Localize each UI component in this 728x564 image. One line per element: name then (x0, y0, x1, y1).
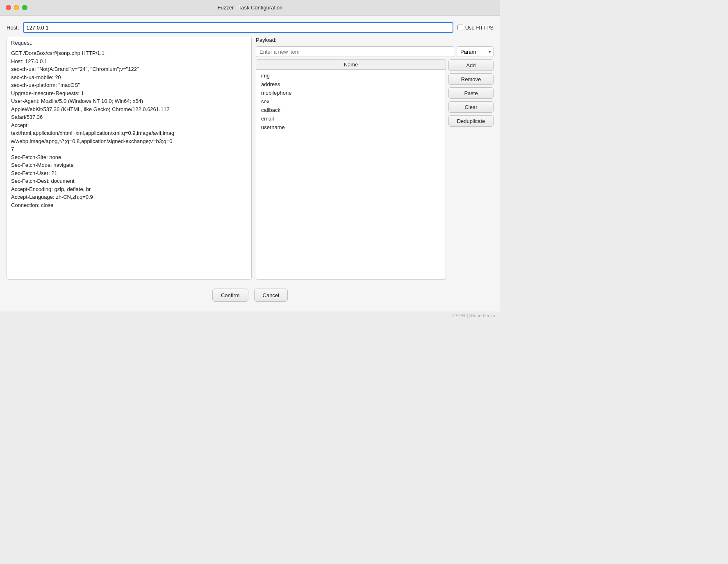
param-type-select[interactable]: Param Header Path (457, 46, 494, 57)
payload-panel: Payload: Param Header Path Name (256, 37, 494, 280)
request-line-12: e/webp,image/apng,*/*;q=0.8,application/… (11, 137, 247, 146)
list-item[interactable]: img (256, 71, 446, 80)
host-label: Host: (7, 25, 19, 31)
request-line-17: Sec-Fetch-Dest: document (11, 177, 247, 185)
payload-header: Payload: (256, 37, 494, 44)
request-line-10: Accept: (11, 121, 247, 130)
request-line-5: sec-ch-ua-platform: "macOS" (11, 81, 247, 89)
request-line-20: Connection: close (11, 201, 247, 209)
request-line-13: 7 (11, 145, 247, 153)
https-container: Use HTTPS (457, 25, 494, 31)
window-title: Fuzzer - Task Configuration (218, 5, 283, 11)
list-item[interactable]: address (256, 80, 446, 89)
bottom-bar: Confirm Cancel (7, 284, 494, 305)
request-line-4: sec-ch-ua-mobile: ?0 (11, 73, 247, 82)
minimize-button[interactable] (14, 5, 19, 10)
title-bar: Fuzzer - Task Configuration (0, 0, 500, 16)
list-item[interactable]: mobilephone (256, 89, 446, 97)
param-select-wrapper: Param Header Path (457, 46, 494, 57)
clear-button[interactable]: Clear (448, 101, 494, 113)
https-label: Use HTTPS (465, 25, 494, 31)
list-item[interactable]: sex (256, 97, 446, 106)
main-content: Host: Use HTTPS Request: GET /DoraBox/cs… (0, 16, 500, 312)
request-line-1: GET /DoraBox/csrf/jsonp.php HTTP/1.1 (11, 49, 247, 57)
footer-text: CSDN @SuperherRo (452, 313, 495, 318)
request-line-8: AppleWebKit/537.36 (KHTML, like Gecko) C… (11, 105, 247, 114)
request-line-15: Sec-Fetch-Mode: navigate (11, 161, 247, 169)
cancel-button[interactable]: Cancel (254, 289, 288, 302)
request-line-2: Host: 127.0.0.1 (11, 57, 247, 66)
request-line-11: text/html,application/xhtml+xml,applicat… (11, 129, 247, 137)
payload-main: Name img address mobilephone sex callbac… (256, 59, 494, 280)
host-input[interactable] (23, 22, 453, 33)
request-line-9: Safari/537.36 (11, 113, 247, 121)
confirm-button[interactable]: Confirm (212, 289, 248, 302)
request-line-6: Upgrade-Insecure-Requests: 1 (11, 89, 247, 98)
remove-button[interactable]: Remove (448, 73, 494, 85)
request-line-3: sec-ch-ua: "Not(A:Brand";v="24", "Chromi… (11, 65, 247, 73)
list-item[interactable]: email (256, 114, 446, 123)
host-row: Host: Use HTTPS (7, 22, 494, 33)
add-button[interactable]: Add (448, 59, 494, 71)
footer: CSDN @SuperherRo (0, 312, 500, 320)
paste-button[interactable]: Paste (448, 87, 494, 99)
payload-input-row: Param Header Path (256, 46, 494, 57)
request-line-7: User-Agent: Mozilla/5.0 (Windows NT 10.0… (11, 97, 247, 105)
list-item[interactable]: username (256, 123, 446, 132)
deduplicate-button[interactable]: Deduplicate (448, 115, 494, 127)
https-checkbox[interactable] (457, 25, 463, 30)
request-line-19: Accept-Language: zh-CN,zh;q=0.9 (11, 193, 247, 201)
panels-row: Request: GET /DoraBox/csrf/jsonp.php HTT… (7, 37, 494, 280)
request-header: Request: (7, 37, 251, 48)
request-line-16: Sec-Fetch-User: ?1 (11, 169, 247, 177)
request-panel: Request: GET /DoraBox/csrf/jsonp.php HTT… (7, 37, 252, 280)
payload-list-container: Name img address mobilephone sex callbac… (256, 59, 446, 280)
maximize-button[interactable] (22, 5, 27, 10)
request-line-18: Accept-Encoding: gzip, deflate, br (11, 185, 247, 193)
traffic-lights (6, 5, 27, 10)
request-line-14: Sec-Fetch-Site: none (11, 153, 247, 161)
payload-buttons: Add Remove Paste Clear Deduplicate (448, 59, 494, 280)
payload-list: img address mobilephone sex callback ema… (256, 70, 446, 279)
payload-new-item-input[interactable] (256, 46, 454, 57)
request-content: GET /DoraBox/csrf/jsonp.php HTTP/1.1 Hos… (7, 48, 251, 279)
close-button[interactable] (6, 5, 11, 10)
list-item[interactable]: callback (256, 106, 446, 114)
payload-list-header: Name (256, 60, 446, 70)
